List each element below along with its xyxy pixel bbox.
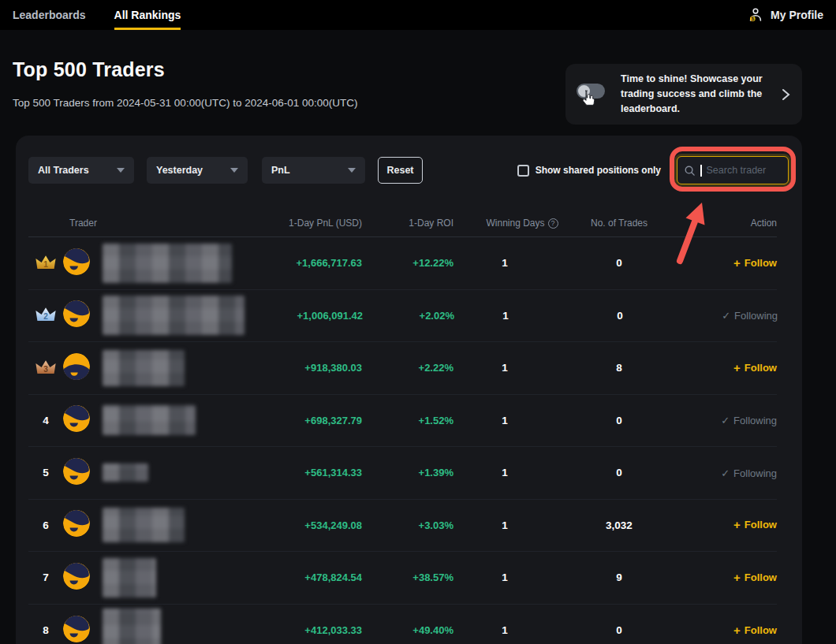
winning-days-value: 1 xyxy=(454,310,557,322)
winning-days-value: 1 xyxy=(453,571,556,583)
col-roi: 1-Day ROI xyxy=(362,218,453,229)
rank-silver-crown-icon: 2 xyxy=(28,306,63,325)
rank-number: 4 xyxy=(28,415,63,426)
following-button[interactable]: ✓Following xyxy=(722,310,778,322)
plus-icon: + xyxy=(733,571,741,583)
following-button[interactable]: ✓Following xyxy=(721,467,777,479)
trader-avatar[interactable] xyxy=(63,300,103,330)
pnl-value: +561,314.33 xyxy=(244,467,362,478)
rank-gold-crown-icon: 1 xyxy=(28,254,63,273)
svg-text:3: 3 xyxy=(43,365,48,374)
winning-days-value: 1 xyxy=(453,467,556,478)
trader-name-blurred[interactable] xyxy=(103,558,156,597)
pnl-value: +478,824.54 xyxy=(244,571,362,583)
roi-value: +12.22% xyxy=(362,257,453,269)
table-row: 6 +534,249.08 +3.03% 1 3,032 +Follow xyxy=(28,500,777,553)
trader-name-blurred[interactable] xyxy=(103,463,148,482)
profile-dollar-icon: $ xyxy=(747,6,764,24)
plus-icon: + xyxy=(733,519,741,530)
rank-number: 5 xyxy=(28,467,63,478)
metric-value: PnL xyxy=(271,165,290,176)
follow-button[interactable]: +Follow xyxy=(733,519,777,530)
following-button[interactable]: ✓Following xyxy=(721,415,777,426)
leaderboard-panel: All Traders Yesterday PnL Reset Show sha… xyxy=(16,136,802,644)
chevron-right-icon[interactable] xyxy=(780,87,791,102)
table-header-row: Trader 1-Day PnL (USD) 1-Day ROI Winning… xyxy=(28,214,777,233)
plus-icon: + xyxy=(733,362,741,374)
check-icon: ✓ xyxy=(721,468,730,478)
question-circle-icon[interactable]: ? xyxy=(548,218,558,229)
trader-avatar[interactable] xyxy=(63,248,103,278)
trader-avatar[interactable] xyxy=(63,353,103,383)
table-row: 1 +1,666,717.63 +12.22% 1 0 +Follow xyxy=(28,237,777,290)
tab-all-rankings[interactable]: All Rankings xyxy=(114,0,181,30)
caret-down-icon xyxy=(230,168,238,173)
svg-text:$: $ xyxy=(752,16,755,22)
roi-value: +38.57% xyxy=(362,571,453,583)
reset-button[interactable]: Reset xyxy=(378,157,423,184)
table-row: 2 +1,006,091.42 +2.02% 1 0 ✓Following xyxy=(28,290,777,343)
trader-name-blurred[interactable] xyxy=(103,350,185,386)
follow-button[interactable]: +Follow xyxy=(733,571,777,583)
shared-positions-checkbox-group[interactable]: Show shared positions only xyxy=(517,165,661,177)
search-trader-input[interactable]: Search trader xyxy=(677,156,789,184)
trades-value: 8 xyxy=(556,362,682,374)
promo-text: Time to shine! Showcase your trading suc… xyxy=(621,72,767,116)
time-range-dropdown[interactable]: Yesterday xyxy=(147,157,248,184)
filter-row: All Traders Yesterday PnL Reset Show sha… xyxy=(28,156,789,184)
trader-avatar[interactable] xyxy=(63,510,103,540)
trades-value: 9 xyxy=(556,571,682,583)
follow-button[interactable]: +Follow xyxy=(733,257,777,269)
plus-icon: + xyxy=(733,257,741,269)
check-icon: ✓ xyxy=(721,415,730,426)
winning-days-value: 1 xyxy=(453,415,556,426)
table-row: 4 +698,327.79 +1.52% 1 0 ✓Following xyxy=(28,395,777,448)
trades-value: 3,032 xyxy=(556,519,682,531)
leaderboard-table: Trader 1-Day PnL (USD) 1-Day ROI Winning… xyxy=(28,214,777,644)
pnl-value: +1,666,717.63 xyxy=(244,257,362,269)
roi-value: +1.52% xyxy=(362,415,453,426)
trader-avatar[interactable] xyxy=(63,563,103,593)
pnl-value: +412,033.33 xyxy=(244,624,362,636)
plus-icon: + xyxy=(733,624,741,636)
trader-avatar[interactable] xyxy=(63,458,103,488)
tab-leaderboards[interactable]: Leaderboards xyxy=(13,0,86,30)
table-row: 7 +478,824.54 +38.57% 1 9 +Follow xyxy=(28,552,777,605)
shared-positions-label: Show shared positions only xyxy=(536,165,661,176)
trader-type-dropdown[interactable]: All Traders xyxy=(28,157,134,184)
follow-button[interactable]: +Follow xyxy=(733,362,777,374)
time-range-value: Yesterday xyxy=(156,165,203,176)
roi-value: +2.22% xyxy=(362,362,453,374)
my-profile-label: My Profile xyxy=(771,9,823,21)
col-action: Action xyxy=(682,218,777,229)
shared-positions-checkbox[interactable] xyxy=(517,165,529,177)
my-profile-button[interactable]: $ My Profile xyxy=(747,6,823,24)
col-pnl: 1-Day PnL (USD) xyxy=(244,218,362,229)
roi-value: +1.39% xyxy=(362,467,453,478)
winning-days-value: 1 xyxy=(453,362,556,374)
rank-number: 6 xyxy=(28,519,63,531)
trades-value: 0 xyxy=(556,257,682,269)
rank-number: 7 xyxy=(28,571,63,583)
roi-value: +49.40% xyxy=(362,624,453,636)
promo-banner[interactable]: Time to shine! Showcase your trading suc… xyxy=(565,64,802,125)
trades-value: 0 xyxy=(556,467,682,478)
text-cursor xyxy=(700,165,702,177)
trader-name-blurred[interactable] xyxy=(103,405,196,435)
pnl-value: +534,249.08 xyxy=(244,519,362,531)
trader-name-blurred[interactable] xyxy=(103,508,185,542)
trader-name-blurred[interactable] xyxy=(103,609,161,644)
trades-value: 0 xyxy=(556,415,682,426)
follow-button[interactable]: +Follow xyxy=(733,624,777,636)
trader-avatar[interactable] xyxy=(63,616,103,644)
trader-name-blurred[interactable] xyxy=(103,244,232,283)
hand-cursor-icon xyxy=(578,89,597,108)
trader-avatar[interactable] xyxy=(63,405,103,435)
search-placeholder: Search trader xyxy=(707,165,767,176)
winning-days-value: 1 xyxy=(453,257,556,269)
metric-dropdown[interactable]: PnL xyxy=(262,157,365,184)
rank-bronze-crown-icon: 3 xyxy=(28,359,63,378)
top-nav: Leaderboards All Rankings $ My Profile xyxy=(0,0,836,30)
col-trader: Trader xyxy=(63,218,244,229)
trader-name-blurred[interactable] xyxy=(103,296,244,335)
